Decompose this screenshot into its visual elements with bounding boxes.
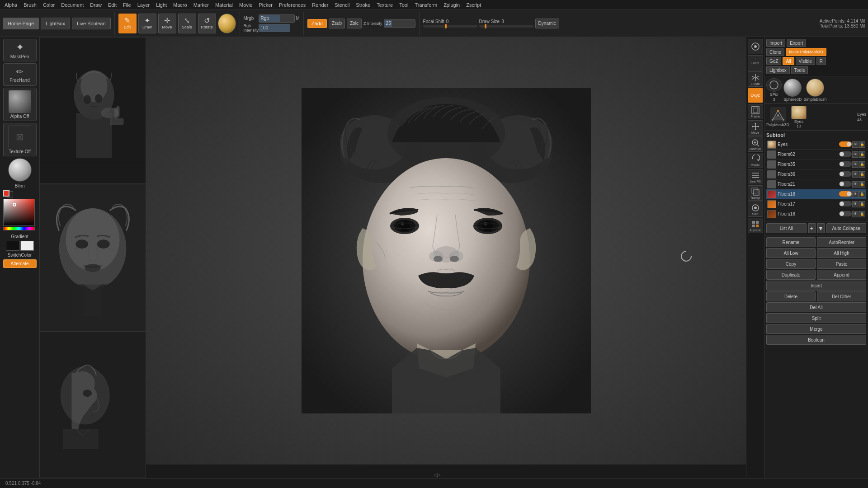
subtool-fibers36[interactable]: Fibers36 👁 🔒	[766, 169, 866, 179]
solo-tool[interactable]: Solo	[748, 202, 763, 217]
r-button[interactable]: R	[816, 57, 826, 65]
xyz-tool[interactable]: Oxyz	[748, 88, 763, 103]
auto-reorder-button[interactable]: AutoReorder	[817, 237, 866, 247]
menu-stencil[interactable]: Stencil	[332, 1, 352, 9]
sphere3d-preview[interactable]	[783, 79, 802, 97]
fibers18-eye[interactable]: 👁	[852, 191, 859, 197]
menu-document[interactable]: Document	[58, 1, 86, 9]
dynamic-button[interactable]: Dynamic	[535, 19, 559, 28]
fibers17-lock[interactable]: 🔒	[859, 201, 865, 207]
local-tool[interactable]: Local	[748, 55, 763, 70]
fibers16-toggle[interactable]	[839, 211, 852, 216]
rgb-intensity-slider[interactable]: 100	[259, 24, 290, 32]
zoom-button[interactable]: Zoic	[347, 19, 362, 28]
focal-bar[interactable]	[423, 25, 477, 28]
menu-zscript[interactable]: Zscript	[463, 1, 484, 9]
list-all-button[interactable]: List All	[766, 223, 807, 233]
line-fill-tool[interactable]: Line Fill	[748, 169, 763, 184]
frame-tool[interactable]: Frame	[748, 104, 763, 119]
canvas-area[interactable]: ◁▷	[40, 37, 746, 478]
alternate-button[interactable]: Alternate	[3, 259, 37, 268]
eyes-eye-btn[interactable]: 👁	[852, 141, 859, 148]
menu-draw[interactable]: Draw	[87, 1, 104, 9]
eyes-toggle[interactable]	[839, 141, 852, 147]
rgb-selector[interactable]: Rgb	[259, 14, 295, 23]
zsub-button[interactable]: Zsub	[329, 19, 345, 28]
transp-tool[interactable]: Transp	[748, 185, 763, 201]
fibers36-eye[interactable]: 👁	[852, 171, 859, 178]
all-button[interactable]: All	[783, 57, 794, 65]
lightbox-btn[interactable]: Lightbox	[766, 66, 790, 74]
del-other-button[interactable]: Del Other	[817, 291, 866, 301]
auto-collapse-button[interactable]: Auto Collapse	[826, 223, 867, 233]
append-button[interactable]: Append	[817, 270, 866, 280]
lightbox-button[interactable]: LightBox	[41, 18, 70, 29]
brush-preview-icon[interactable]	[766, 78, 782, 92]
menu-alpha[interactable]: Alpha	[2, 1, 20, 9]
make-polymesh-button[interactable]: Make PolyMesh3D	[786, 48, 826, 56]
menu-preferences[interactable]: Preferences	[276, 1, 308, 9]
fibers62-lock[interactable]: 🔒	[859, 151, 865, 158]
menu-edit[interactable]: Edit	[105, 1, 119, 9]
menu-transform[interactable]: Transform	[412, 1, 440, 9]
l-sym-tool[interactable]: L Sym	[748, 71, 763, 87]
append-tool[interactable]: Appsize	[748, 218, 763, 233]
fibers36-toggle[interactable]	[839, 171, 852, 177]
move-tool-icon[interactable]: Move	[748, 120, 763, 136]
fibers16-lock[interactable]: 🔒	[859, 211, 865, 217]
goz-button[interactable]: GoZ	[766, 57, 781, 65]
menu-marker[interactable]: Marker	[191, 1, 212, 9]
import-button[interactable]: Import	[766, 39, 785, 47]
live-boolean-button[interactable]: Live Boolean	[72, 18, 111, 29]
menu-file[interactable]: File	[120, 1, 134, 9]
subtool-fibers35[interactable]: Fibers35 👁 🔒	[766, 160, 866, 169]
all-low-button[interactable]: All Low	[766, 248, 816, 258]
fibers16-eye[interactable]: 👁	[852, 211, 859, 217]
rotate-tool-button[interactable]: ↺ Rotate	[198, 14, 216, 33]
rename-button[interactable]: Rename	[766, 237, 816, 247]
menu-color[interactable]: Color	[40, 1, 57, 9]
delete-button[interactable]: Delete	[766, 291, 816, 301]
white-swatch[interactable]	[20, 241, 34, 251]
mask-pen-brush[interactable]: ✦ MaskPen	[3, 39, 37, 61]
boolean-button[interactable]: Boolean	[766, 335, 866, 345]
texture-off-button[interactable]: ⊠ Texture Off	[3, 123, 37, 156]
menu-zplugin[interactable]: Zplugin	[441, 1, 462, 9]
insert-button[interactable]: Insert	[766, 281, 866, 291]
z-intensity-slider[interactable]: 25	[384, 19, 415, 28]
subtool-fibers62[interactable]: Fibers62 👁 🔒	[766, 150, 866, 160]
color-sphere[interactable]	[218, 14, 236, 33]
list-expand-btn[interactable]: +	[808, 223, 816, 233]
menu-picker[interactable]: Picker	[256, 1, 275, 9]
main-render[interactable]	[146, 37, 746, 465]
del-all-button[interactable]: Del All	[766, 302, 866, 312]
list-collapse-btn[interactable]: ▼	[817, 223, 825, 233]
menu-tool[interactable]: Tool	[396, 1, 411, 9]
menu-render[interactable]: Render	[309, 1, 331, 9]
fibers35-toggle[interactable]	[839, 161, 852, 167]
move-tool-button[interactable]: ✛ Move	[158, 14, 176, 33]
clone-button[interactable]: Clone	[766, 48, 784, 56]
tools-btn[interactable]: Tools	[791, 66, 808, 74]
subtool-eyes[interactable]: Eyes 👁 🔒	[766, 140, 866, 150]
eyes2-preview[interactable]	[791, 106, 807, 119]
duplicate-button[interactable]: Duplicate	[766, 270, 816, 280]
menu-movie[interactable]: Movie	[236, 1, 255, 9]
zoom3d-tool[interactable]: Zoom3D	[748, 136, 763, 152]
scale-tool-button[interactable]: ⤡ Scale	[178, 14, 196, 33]
all-high-button[interactable]: All High	[817, 248, 866, 258]
hue-bar[interactable]	[3, 227, 35, 230]
fibers62-toggle[interactable]	[839, 151, 852, 157]
polymesh-icon[interactable]	[770, 107, 786, 122]
alpha-off-button[interactable]: Alpha Off	[3, 88, 37, 121]
foreground-color[interactable]	[3, 190, 9, 197]
fibers62-eye[interactable]: 👁	[852, 151, 859, 158]
material-ball[interactable]	[8, 158, 32, 182]
menu-macro[interactable]: Macro	[170, 1, 190, 9]
draw-tool-button[interactable]: ✦ Draw	[138, 14, 156, 33]
color-saturation-square[interactable]	[3, 199, 35, 226]
edit-tool-button[interactable]: ✎ Edit	[118, 14, 137, 33]
fibers21-lock[interactable]: 🔒	[859, 181, 865, 188]
subtool-fibers16[interactable]: Fibers16 👁 🔒	[766, 209, 866, 219]
menu-stroke[interactable]: Stroke	[353, 1, 373, 9]
